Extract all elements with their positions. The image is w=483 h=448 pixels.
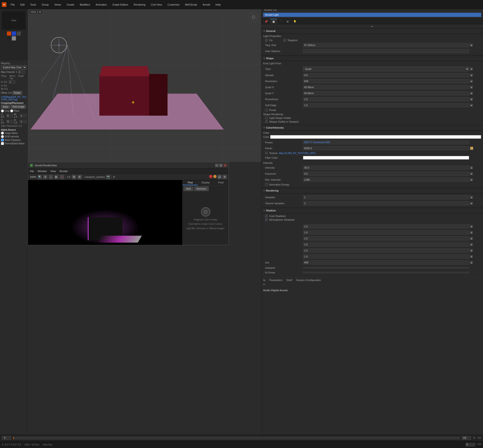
fit-icon[interactable]: ↔: [49, 175, 53, 179]
general-section-header[interactable]: General: [261, 28, 483, 34]
extra-input-2[interactable]: [303, 236, 469, 240]
menu-maxscript[interactable]: MAXScript: [184, 3, 199, 7]
extra-spinner-1[interactable]: ▲: [470, 231, 473, 234]
user-options-input[interactable]: [303, 49, 469, 53]
menu-graph-editors[interactable]: Graph Editors: [111, 3, 130, 7]
texture-map-value[interactable]: Map #4 (004_RV_TEXTURE_DIRT.j: [279, 152, 316, 154]
quad-y-spinner[interactable]: ▲: [470, 92, 473, 95]
color-picker[interactable]: [270, 135, 481, 139]
current-frame-input[interactable]: [466, 443, 475, 446]
render-minimize-btn[interactable]: −: [215, 164, 218, 167]
portal-checkbox[interactable]: [265, 109, 268, 112]
main-viewport[interactable]: ⊕ View 1 ⬡: [28, 9, 261, 162]
crop-v-input[interactable]: [7, 120, 13, 123]
menu-modifiers[interactable]: Modifiers: [78, 3, 92, 7]
render-maximize-btn[interactable]: □: [219, 164, 223, 167]
render-add-button[interactable]: Add: [184, 186, 193, 191]
color-intensity-section-header[interactable]: Color/Intensity: [261, 125, 483, 130]
menu-group[interactable]: Group: [40, 3, 50, 7]
texture-checkbox[interactable]: [265, 152, 268, 154]
exposure-input[interactable]: [303, 172, 469, 176]
always-visible-checkbox[interactable]: [265, 120, 268, 123]
intensity-spinner[interactable]: ▲: [470, 166, 473, 169]
filter-color-picker[interactable]: [303, 156, 469, 160]
quad-y-value[interactable]: 60.96cm: [303, 91, 469, 95]
spread-input[interactable]: [303, 73, 469, 77]
swatch-gray[interactable]: [17, 32, 21, 36]
menu-civil-view[interactable]: Civil View: [149, 3, 163, 7]
timeline-start-frame[interactable]: [2, 436, 11, 440]
menu-arnold[interactable]: Arnold: [201, 3, 211, 7]
iviewport-value[interactable]: [303, 267, 469, 269]
rotate-button[interactable]: Rotate: [12, 91, 22, 95]
mapping-type-dropdown[interactable]: Explicit Map Channel: [1, 65, 27, 70]
res-intensity-input[interactable]: [303, 178, 469, 182]
extra-input-1[interactable]: [303, 230, 469, 234]
swatch-blue[interactable]: [12, 32, 16, 36]
swatch-dark[interactable]: [7, 36, 11, 40]
settings-icon[interactable]: ⚙: [223, 175, 227, 179]
normalize-energy-checkbox[interactable]: [265, 183, 268, 186]
volume-samples-input[interactable]: [303, 201, 469, 205]
menu-views[interactable]: Views: [53, 3, 62, 7]
modifier-item[interactable]: Arnold Light: [263, 13, 481, 17]
menu-edit[interactable]: Edit: [19, 3, 26, 7]
light-sphere[interactable]: [51, 37, 67, 53]
kelvin-input[interactable]: [303, 146, 469, 150]
map-channel-input[interactable]: [18, 70, 25, 74]
extra-spinner-3[interactable]: ▲: [470, 243, 473, 246]
menu-customize[interactable]: Customize: [166, 3, 181, 7]
place-option[interactable]: Place: [10, 109, 19, 112]
tab-light[interactable]: 💡: [291, 19, 299, 24]
rgb-intensity-option[interactable]: RGB Intensity: [1, 135, 27, 138]
res-intensity-spinner[interactable]: ▲: [470, 178, 473, 181]
menu-tools[interactable]: Tools: [29, 3, 38, 7]
menu-rendering[interactable]: Rendering: [132, 3, 147, 7]
collapse-toggle[interactable]: ▬: [261, 24, 483, 28]
extra-input-3[interactable]: [303, 242, 469, 247]
render-tab-post[interactable]: Post: [183, 180, 198, 185]
type-dropdown[interactable]: Quad: [303, 67, 469, 71]
roundness-input[interactable]: [303, 97, 469, 101]
soft-edge-spinner[interactable]: ▲: [470, 104, 473, 107]
targ-dist-value[interactable]: 67.264cm: [303, 43, 469, 47]
render-menu-view[interactable]: View: [50, 170, 56, 173]
menu-create[interactable]: Create: [65, 3, 76, 7]
timeline-track[interactable]: [13, 437, 460, 440]
cast-shadows-checkbox[interactable]: [265, 215, 268, 217]
mapping-type-row[interactable]: Explicit Map Channel: [1, 65, 27, 70]
render-canvas[interactable]: [28, 180, 182, 245]
tab-ta[interactable]: ta: [261, 278, 267, 282]
spread-spinner[interactable]: ▲: [470, 74, 473, 77]
render-menu-window[interactable]: Window: [38, 170, 47, 173]
search-icon-2[interactable]: ⊕: [43, 175, 47, 179]
extra-spinner-4[interactable]: ▲: [470, 249, 473, 252]
render-menu-file[interactable]: File: [30, 170, 34, 173]
speaker-icon[interactable]: 🔊: [218, 175, 222, 179]
roundness-spinner[interactable]: ▲: [470, 98, 473, 101]
tab-session-config[interactable]: Session Configuration: [294, 278, 323, 282]
viewport-selector[interactable]: View 1: [30, 10, 42, 13]
shadow-val-spinner[interactable]: ▲: [470, 225, 473, 228]
render-menu-render[interactable]: Render: [60, 170, 68, 173]
swatch-mid[interactable]: [12, 36, 16, 40]
extra-spinner-2[interactable]: ▲: [470, 237, 473, 240]
extra-input-4[interactable]: [303, 248, 469, 253]
preset-value[interactable]: D65 F7: Fluorescent D65: [303, 140, 469, 144]
type-spinner[interactable]: ▲: [470, 68, 473, 70]
camera-icon[interactable]: 📷: [106, 175, 110, 179]
tab-shelf[interactable]: Shelf: [284, 278, 294, 282]
tab-pin[interactable]: 📌: [262, 19, 270, 24]
on-checkbox[interactable]: [265, 39, 268, 42]
u-tiling-input[interactable]: [8, 80, 16, 84]
view-image-button[interactable]: View Image: [11, 105, 26, 109]
atmospheric-shadows-checkbox[interactable]: [265, 218, 268, 221]
menu-file[interactable]: File: [9, 3, 16, 7]
menu-help[interactable]: Help: [214, 3, 222, 7]
aspect-icon[interactable]: ⊠: [72, 175, 76, 179]
render-close-btn[interactable]: ×: [224, 164, 227, 167]
render-tab-pixel[interactable]: Pixel: [213, 180, 229, 185]
quad-x-spinner[interactable]: ▲: [470, 86, 473, 88]
render-tab-display[interactable]: Display: [198, 180, 213, 185]
soft-edge-input[interactable]: [303, 103, 469, 107]
